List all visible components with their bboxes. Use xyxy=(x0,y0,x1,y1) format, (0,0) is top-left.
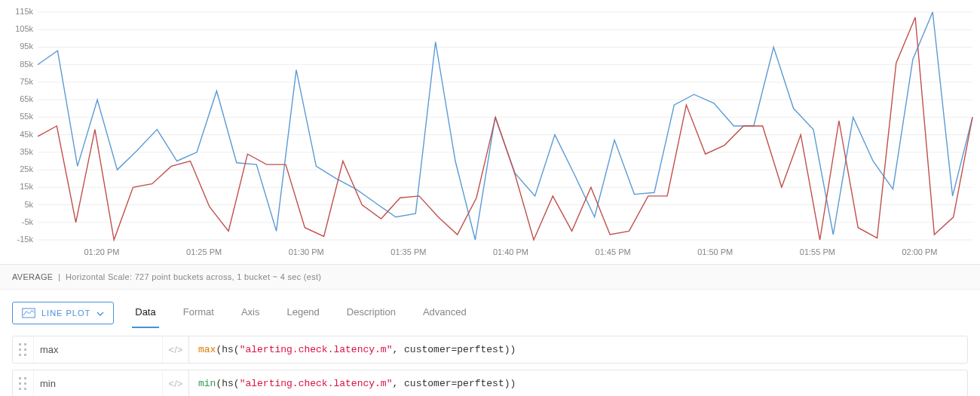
code-toggle-icon[interactable]: </> xyxy=(162,336,189,363)
query-list: max</>max(hs("alerting.check.latency.m",… xyxy=(0,328,980,396)
tab-advanced[interactable]: Advanced xyxy=(420,297,470,328)
svg-text:65k: 65k xyxy=(20,94,33,103)
query-name-input[interactable]: min xyxy=(34,370,162,396)
drag-handle-icon[interactable] xyxy=(13,370,34,396)
svg-text:95k: 95k xyxy=(20,41,33,51)
footer-separator: | xyxy=(56,272,66,281)
svg-text:-5k: -5k xyxy=(22,217,34,226)
line-chart[interactable]: 115k105k95k85k75k65k55k45k35k25k15k5k-5k… xyxy=(0,6,980,262)
tab-format[interactable]: Format xyxy=(180,297,217,328)
query-expression-input[interactable]: max(hs("alerting.check.latency.m", custo… xyxy=(189,336,967,363)
svg-text:105k: 105k xyxy=(15,24,33,33)
chart-panel: 115k105k95k85k75k65k55k45k35k25k15k5k-5k… xyxy=(0,0,980,264)
chevron-down-icon xyxy=(96,309,104,318)
svg-text:75k: 75k xyxy=(20,77,33,86)
svg-text:01:50 PM: 01:50 PM xyxy=(697,247,733,256)
query-expression-input[interactable]: min(hs("alerting.check.latency.m", custo… xyxy=(189,370,967,396)
tab-legend[interactable]: Legend xyxy=(283,297,322,328)
svg-text:45k: 45k xyxy=(20,130,33,139)
svg-text:01:30 PM: 01:30 PM xyxy=(289,247,324,256)
svg-text:01:55 PM: 01:55 PM xyxy=(800,247,835,256)
editor-tabs: DataFormatAxisLegendDescriptionAdvanced xyxy=(132,297,469,328)
horizontal-scale-text: Horizontal Scale: 727 point buckets acro… xyxy=(66,272,321,281)
svg-text:25k: 25k xyxy=(20,164,33,173)
svg-text:35k: 35k xyxy=(20,147,33,156)
svg-text:01:35 PM: 01:35 PM xyxy=(390,247,426,256)
drag-handle-icon[interactable] xyxy=(13,336,34,363)
svg-text:01:20 PM: 01:20 PM xyxy=(84,247,119,256)
svg-text:-15k: -15k xyxy=(17,235,34,244)
query-name-input[interactable]: max xyxy=(34,336,162,363)
controls-row: LINE PLOT DataFormatAxisLegendDescriptio… xyxy=(0,289,980,328)
code-toggle-icon[interactable]: </> xyxy=(162,370,189,396)
chart-footer-bar: AVERAGE | Horizontal Scale: 727 point bu… xyxy=(0,264,980,289)
tab-data[interactable]: Data xyxy=(132,297,158,328)
plot-type-dropdown[interactable]: LINE PLOT xyxy=(12,302,114,324)
svg-text:85k: 85k xyxy=(20,60,33,69)
line-plot-icon xyxy=(22,308,35,318)
svg-text:01:40 PM: 01:40 PM xyxy=(493,247,528,256)
svg-text:01:45 PM: 01:45 PM xyxy=(596,247,631,256)
plot-type-label: LINE PLOT xyxy=(41,309,90,318)
query-row: max</>max(hs("alerting.check.latency.m",… xyxy=(12,336,968,364)
svg-text:115k: 115k xyxy=(15,7,33,16)
svg-text:55k: 55k xyxy=(20,112,33,121)
tab-axis[interactable]: Axis xyxy=(238,297,263,328)
svg-text:01:25 PM: 01:25 PM xyxy=(186,247,222,256)
svg-text:15k: 15k xyxy=(20,182,33,191)
aggregation-label: AVERAGE xyxy=(12,272,53,281)
query-row: min</>min(hs("alerting.check.latency.m",… xyxy=(12,370,968,396)
svg-text:5k: 5k xyxy=(24,200,33,209)
tab-description[interactable]: Description xyxy=(344,297,399,328)
svg-text:02:00 PM: 02:00 PM xyxy=(902,247,937,256)
